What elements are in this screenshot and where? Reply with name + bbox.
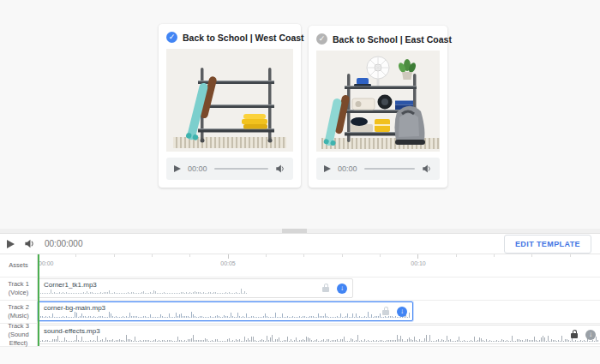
timeline-empty-area <box>0 347 600 364</box>
assets-label: Assets <box>9 261 28 270</box>
download-icon[interactable]: ↓ <box>585 330 596 340</box>
card-header: ✓ Back to School | East Coast <box>316 33 440 45</box>
timeline-timecode: 00:00:000 <box>45 239 83 248</box>
audio-player: 00:00 <box>316 158 440 180</box>
timeline-toolbar: 00:00:000 EDIT TEMPLATE <box>0 234 600 254</box>
timeline-play-icon[interactable] <box>7 240 15 248</box>
clip-sound-effects[interactable]: sound-effects.mp3 ↓ <box>38 325 600 344</box>
timeline-panel: 00:00:000 EDIT TEMPLATE Assets 00:00 00:… <box>0 233 600 364</box>
track-label-voice: Track 1 (Voice) <box>0 277 38 300</box>
player-time: 00:00 <box>338 164 357 173</box>
clip-music-selected[interactable]: corner-bg-main.mp3 ↓ <box>38 301 413 321</box>
ruler-label-0s: 00:00 <box>39 260 64 266</box>
timeline-grid: Assets 00:00 00:05 00:10 Track 1 (Voice)… <box>0 254 600 364</box>
download-icon[interactable]: ↓ <box>337 283 347 294</box>
assets-row: Assets 00:00 00:05 00:10 <box>0 254 600 277</box>
track-name: Track 1 <box>8 280 29 289</box>
waveform <box>40 335 599 343</box>
progress-bar[interactable] <box>364 168 415 170</box>
timeline-ruler[interactable]: 00:00 00:05 00:10 <box>38 254 600 277</box>
play-icon[interactable] <box>174 165 181 172</box>
track-name: Track 2 <box>8 303 29 312</box>
lock-icon[interactable] <box>382 310 389 315</box>
audio-player: 00:00 <box>166 158 293 180</box>
waveform <box>40 312 411 319</box>
assets-row-label: Assets <box>0 254 38 277</box>
volume-icon[interactable] <box>422 164 432 174</box>
ruler-label-10s: 00:10 <box>405 260 431 266</box>
west-coast-preview-image <box>166 49 293 152</box>
template-card-east-coast[interactable]: ✓ Back to School | East Coast <box>309 26 447 188</box>
shelf-rack-illustration <box>166 49 293 152</box>
card-title: Back to School | East Coast <box>333 34 452 45</box>
track-row-music: Track 2 (Music) corner-bg-main.mp3 ↓ <box>0 301 600 324</box>
track-row-sound-effect: Track 3 (Sound Effect) sound-effects.mp3… <box>0 324 600 347</box>
track-row-voice: Track 1 (Voice) Corner1_tk1.mp3 ↓ <box>0 277 600 301</box>
play-icon[interactable] <box>324 165 331 172</box>
track-type: (Sound Effect) <box>0 331 37 348</box>
waveform <box>40 289 351 296</box>
download-icon[interactable]: ↓ <box>397 307 407 317</box>
track-label-sound-effect: Track 3 (Sound Effect) <box>0 324 38 346</box>
preview-stage: ✓ Back to School | West Coast <box>0 0 600 229</box>
template-card-west-coast[interactable]: ✓ Back to School | West Coast <box>159 24 301 188</box>
track-type: (Voice) <box>9 289 28 297</box>
card-header: ✓ Back to School | West Coast <box>166 32 293 43</box>
card-title: Back to School | West Coast <box>183 33 304 43</box>
volume-icon[interactable] <box>275 164 285 174</box>
track-name: Track 3 <box>8 322 29 331</box>
clip-filename: sound-effects.mp3 <box>44 327 100 335</box>
lock-icon[interactable] <box>571 333 578 338</box>
playhead[interactable] <box>38 254 39 346</box>
clip-filename: Corner1_tk1.mp3 <box>44 281 97 289</box>
timeline-volume-icon[interactable] <box>24 238 35 249</box>
ruler-label-5s: 00:05 <box>215 260 241 266</box>
lock-icon[interactable] <box>322 287 329 292</box>
unselected-check-icon[interactable]: ✓ <box>316 33 327 45</box>
track-label-music: Track 2 (Music) <box>0 301 38 323</box>
clip-filename: corner-bg-main.mp3 <box>44 304 105 312</box>
player-time: 00:00 <box>188 164 207 173</box>
east-coast-preview-image <box>316 51 440 152</box>
progress-bar[interactable] <box>214 168 268 170</box>
edit-template-button[interactable]: EDIT TEMPLATE <box>504 235 591 254</box>
selected-check-icon[interactable]: ✓ <box>166 32 177 43</box>
shelf-rack-illustration <box>316 51 440 152</box>
clip-voice[interactable]: Corner1_tk1.mp3 ↓ <box>38 278 353 298</box>
track-type: (Music) <box>8 312 29 320</box>
